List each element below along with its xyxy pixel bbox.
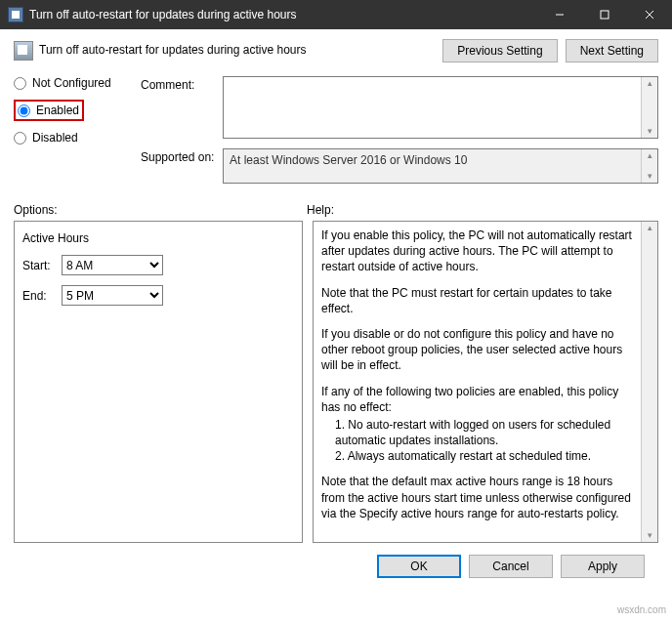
help-text: Note that the PC must restart for certai… [321,285,636,316]
help-pane: If you enable this policy, the PC will n… [313,221,658,543]
radio-disabled-input[interactable] [14,132,26,145]
state-radio-group: Not Configured Enabled Disabled [14,76,131,154]
apply-button[interactable]: Apply [561,555,645,578]
comment-textarea[interactable]: ▴▾ [223,76,658,139]
comment-scrollbar[interactable]: ▴▾ [641,77,657,138]
start-select[interactable]: 12 AM1 AM2 AM3 AM4 AM5 AM6 AM7 AM8 AM9 A… [62,255,163,275]
ok-button[interactable]: OK [377,555,461,578]
help-text: If any of the following two policies are… [321,384,636,415]
scroll-up-icon: ▴ [648,149,652,162]
help-text: 1. No auto-restart with logged on users … [321,417,636,448]
supported-on-value: At least Windows Server 2016 or Windows … [230,153,467,167]
comment-label: Comment: [141,76,223,92]
radio-enabled-input[interactable] [18,104,30,117]
next-setting-button[interactable]: Next Setting [566,39,658,62]
help-text: If you disable or do not configure this … [321,326,636,374]
help-text: 2. Always automatically restart at sched… [321,448,636,464]
radio-not-configured[interactable]: Not Configured [14,76,131,90]
start-label: Start: [22,259,54,272]
radio-enabled-label: Enabled [36,104,79,117]
policy-icon [14,41,33,61]
close-button[interactable] [627,0,672,29]
end-select[interactable]: 12 AM1 AM2 AM3 AM4 AM5 AM6 AM7 AM8 AM9 A… [62,285,163,306]
svg-rect-1 [601,11,609,19]
scroll-up-icon[interactable]: ▴ [648,77,652,90]
help-text: If you enable this policy, the PC will n… [321,228,636,275]
supported-scrollbar: ▴▾ [641,149,657,183]
watermark: wsxdn.com [617,604,666,615]
radio-not-configured-input[interactable] [14,77,26,90]
end-label: End: [22,289,54,303]
help-scrollbar[interactable]: ▴▾ [641,222,657,542]
radio-disabled[interactable]: Disabled [14,131,131,145]
supported-on-box: At least Windows Server 2016 or Windows … [223,148,658,184]
app-icon [8,7,23,22]
maximize-button[interactable] [582,0,627,29]
minimize-button[interactable] [537,0,582,29]
scroll-down-icon: ▾ [648,170,652,183]
title-bar: Turn off auto-restart for updates during… [0,0,672,29]
policy-title: Turn off auto-restart for updates during… [39,39,442,57]
radio-not-configured-label: Not Configured [32,76,111,90]
help-text: Note that the default max active hours r… [321,474,636,521]
radio-enabled-highlight: Enabled [14,100,84,121]
options-title: Active Hours [22,231,294,245]
help-label: Help: [307,203,658,217]
options-pane: Active Hours Start: 12 AM1 AM2 AM3 AM4 A… [14,221,303,543]
window-title: Turn off auto-restart for updates during… [29,8,537,21]
radio-disabled-label: Disabled [32,131,78,145]
options-label: Options: [14,203,307,217]
previous-setting-button[interactable]: Previous Setting [442,39,557,62]
window-buttons [537,0,672,29]
scroll-down-icon[interactable]: ▾ [648,529,652,542]
supported-on-label: Supported on: [141,148,223,164]
scroll-down-icon[interactable]: ▾ [648,125,652,138]
cancel-button[interactable]: Cancel [469,555,553,578]
scroll-up-icon[interactable]: ▴ [648,222,652,234]
radio-enabled[interactable]: Enabled [18,104,79,117]
dialog-footer: OK Cancel Apply [14,543,658,578]
